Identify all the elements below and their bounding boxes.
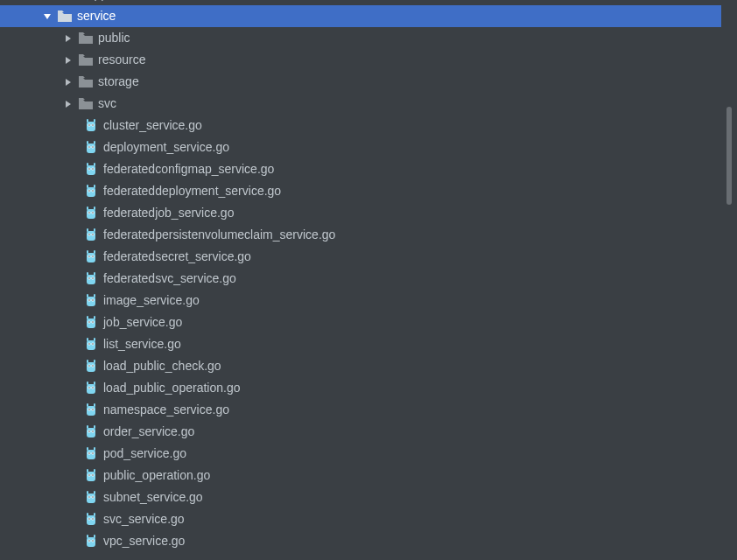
go-file-icon [84,206,98,220]
svg-point-32 [88,190,89,191]
tree-row[interactable]: job_service.go [0,312,721,333]
tree-row[interactable]: mapper [0,0,118,5]
tree-row[interactable]: federateddeployment_service.go [0,180,721,202]
tree-item-label: public_operation.go [103,465,210,486]
svg-point-145 [92,540,93,541]
tree-row[interactable]: image_service.go [0,290,721,312]
tree-row[interactable]: order_service.go [0,421,721,443]
svg-point-103 [92,409,93,410]
svg-rect-64 [94,294,95,298]
svg-rect-62 [87,297,95,306]
svg-point-12 [92,124,93,125]
scrollbar-thumb[interactable] [726,107,732,205]
svg-rect-84 [87,360,88,363]
tree-row[interactable]: load_public_operation.go [0,377,721,399]
folder-icon [79,97,93,111]
tree-item-label: federatedjob_service.go [103,202,234,224]
tree-item-label: deployment_service.go [103,136,229,158]
svg-rect-49 [87,250,88,254]
svg-point-102 [88,409,89,410]
tree-row[interactable]: pod_service.go [0,443,721,465]
svg-rect-105 [87,425,88,429]
tree-item-label: federatedconfigmap_service.go [103,158,274,180]
tree-item-label: federatedsvc_service.go [103,268,236,290]
tree-row[interactable] [0,552,721,560]
tree-row[interactable]: svc_service.go [0,508,721,530]
go-file-icon [84,294,98,308]
svg-rect-48 [87,253,95,262]
svg-rect-118 [87,472,95,481]
svg-point-138 [92,518,93,519]
tree-item-label: federatedsecret_service.go [103,246,251,268]
svg-rect-83 [87,362,95,372]
svg-rect-71 [94,316,95,319]
go-file-icon [84,228,98,242]
tree-row[interactable]: resource [0,49,721,71]
svg-rect-69 [87,318,95,328]
svg-rect-63 [87,294,88,298]
svg-point-123 [88,474,89,475]
tree-item-label: svc [98,93,116,115]
tree-row[interactable]: namespace_service.go [0,399,721,421]
folder-icon [58,0,72,2]
tree-item-label: public [98,27,130,49]
svg-point-124 [92,474,93,475]
chevron-right-icon[interactable] [63,55,74,66]
go-file-icon [84,447,98,461]
tree-row[interactable]: load_public_check.go [0,355,721,377]
tree-row[interactable]: list_service.go [0,333,721,355]
svg-rect-91 [87,382,88,385]
tree-row[interactable]: public [0,27,721,49]
file-tree[interactable]: mapper servicepublicresourcestoragesvccl… [0,0,721,560]
svg-point-82 [92,343,93,344]
chevron-right-icon[interactable] [63,77,74,88]
tree-row[interactable]: vpc_service.go [0,530,721,552]
go-file-icon [84,535,98,549]
chevron-right-icon[interactable] [63,33,74,44]
svg-rect-20 [87,165,95,175]
svg-point-96 [92,387,93,388]
tree-item-label: job_service.go [103,312,182,333]
svg-rect-112 [87,447,88,451]
scrollbar-track[interactable] [721,0,737,560]
svg-marker-4 [66,79,71,86]
tree-row[interactable]: cluster_service.go [0,115,721,136]
tree-row[interactable]: federatedpersistenvolumeclaim_service.go [0,224,721,246]
tree-row[interactable]: subnet_service.go [0,486,721,508]
tree-row[interactable]: svc [0,93,721,115]
svg-rect-35 [87,206,88,210]
svg-rect-104 [87,428,95,438]
svg-rect-125 [87,494,95,503]
go-file-icon [84,469,98,483]
svg-marker-2 [66,35,71,42]
tree-row[interactable]: storage [0,71,721,93]
svg-point-117 [92,452,93,453]
svg-marker-5 [66,101,71,108]
tree-item-label: svc_service.go [103,508,185,530]
svg-point-88 [88,365,89,366]
svg-rect-77 [87,338,88,341]
tree-row[interactable]: federatedsvc_service.go [0,268,721,290]
svg-rect-50 [94,250,95,254]
svg-rect-15 [94,141,95,144]
tree-row[interactable]: federatedsecret_service.go [0,246,721,268]
tree-row[interactable]: federatedconfigmap_service.go [0,158,721,180]
tree-row[interactable]: federatedjob_service.go [0,202,721,224]
tree-row[interactable]: deployment_service.go [0,136,721,158]
svg-rect-139 [87,537,95,547]
go-file-icon [84,272,98,286]
tree-row[interactable]: service [0,5,721,27]
svg-rect-34 [87,209,95,219]
svg-rect-106 [94,425,95,429]
chevron-down-icon[interactable] [42,11,53,22]
svg-rect-70 [87,316,88,319]
svg-point-46 [88,234,89,234]
tree-row[interactable]: public_operation.go [0,465,721,486]
chevron-right-icon[interactable] [63,99,74,109]
tree-item-label: vpc_service.go [103,530,185,552]
svg-point-40 [92,212,93,213]
folder-icon [58,556,72,561]
svg-rect-43 [94,228,95,232]
tree-item-label: load_public_check.go [103,355,221,377]
svg-point-67 [88,299,89,300]
